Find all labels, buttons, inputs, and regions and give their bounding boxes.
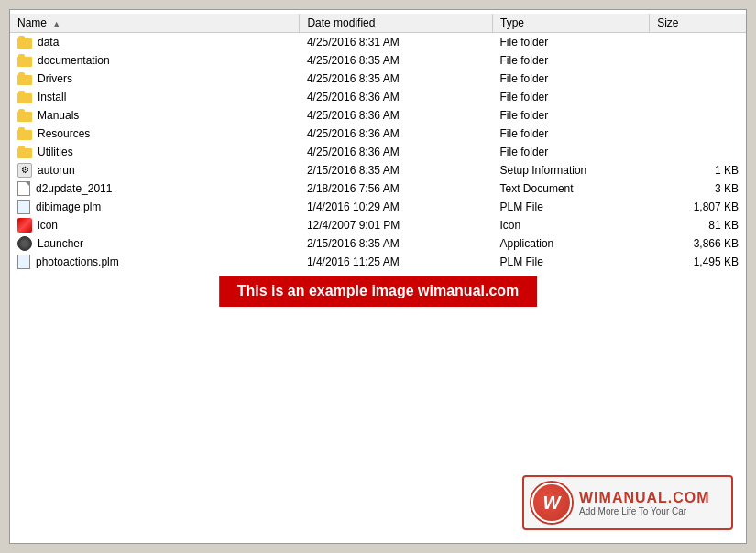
table-row[interactable]: Manuals4/25/2016 8:36 AMFile folder (10, 106, 746, 125)
table-row[interactable]: dibimage.plm1/4/2016 10:29 AMPLM File1,8… (10, 198, 746, 216)
folder-icon (17, 36, 32, 49)
example-banner: This is an example image wimanual.com (219, 276, 538, 307)
file-date: 4/25/2016 8:36 AM (300, 143, 493, 161)
file-date: 4/25/2016 8:36 AM (300, 125, 493, 143)
folder-icon (17, 72, 32, 85)
file-name: autorun (38, 164, 75, 177)
file-type: File folder (493, 125, 650, 143)
file-size: 1,807 KB (650, 198, 746, 216)
file-size (650, 125, 746, 143)
watermark: W WIMANUAL.COM Add More Life To Your Car (522, 475, 733, 530)
file-name: Manuals (38, 109, 79, 122)
table-row[interactable]: Resources4/25/2016 8:36 AMFile folder (10, 125, 746, 143)
folder-icon (17, 127, 32, 140)
file-name: data (38, 36, 59, 49)
file-name: d2update_2011 (36, 182, 112, 195)
launcher-icon (17, 236, 32, 251)
file-date: 4/25/2016 8:35 AM (300, 51, 493, 70)
table-row[interactable]: Drivers4/25/2016 8:35 AMFile folder (10, 70, 746, 88)
folder-icon (17, 109, 32, 122)
file-size (650, 70, 746, 88)
file-date: 2/15/2016 8:35 AM (300, 234, 493, 253)
table-row[interactable]: Utilities4/25/2016 8:36 AMFile folder (10, 143, 746, 161)
file-size: 81 KB (650, 216, 746, 234)
file-type: Application (493, 234, 650, 253)
file-name: Drivers (38, 72, 72, 85)
file-size: 1,495 KB (650, 253, 746, 271)
file-date: 4/25/2016 8:36 AM (300, 88, 493, 106)
file-name: Install (38, 91, 66, 103)
folder-icon (17, 91, 32, 103)
file-size (650, 143, 746, 161)
file-name: icon (38, 219, 58, 232)
folder-icon (17, 54, 32, 67)
autorun-icon: ⚙ (17, 163, 32, 178)
file-size (650, 51, 746, 70)
watermark-subtitle: Add More Life To Your Car (579, 506, 710, 516)
text-file-icon (17, 181, 30, 196)
file-name: photoactions.plm (36, 255, 119, 268)
table-row[interactable]: documentation4/25/2016 8:35 AMFile folde… (10, 51, 746, 70)
table-row[interactable]: Install4/25/2016 8:36 AMFile folder (10, 88, 746, 106)
file-size (650, 88, 746, 106)
folder-icon (17, 146, 32, 158)
icon-file-icon (17, 218, 32, 233)
file-type: File folder (493, 70, 650, 88)
outer-frame: Name ▲ Date modified Type Size (0, 0, 756, 553)
col-type[interactable]: Type (493, 14, 650, 33)
file-size: 1 KB (650, 161, 746, 179)
file-name: Utilities (38, 146, 73, 158)
file-type: File folder (493, 88, 650, 106)
col-date[interactable]: Date modified (300, 14, 493, 33)
table-row[interactable]: d2update_20112/18/2016 7:56 AMText Docum… (10, 179, 746, 198)
file-size (650, 33, 746, 51)
file-size (650, 106, 746, 125)
file-date: 12/4/2007 9:01 PM (300, 216, 493, 234)
col-size[interactable]: Size (650, 14, 746, 33)
file-type: Setup Information (493, 161, 650, 179)
file-date: 1/4/2016 11:25 AM (300, 253, 493, 271)
file-name: Resources (38, 127, 90, 140)
file-table: Name ▲ Date modified Type Size (10, 14, 746, 271)
file-type: PLM File (493, 253, 650, 271)
file-date: 4/25/2016 8:35 AM (300, 70, 493, 88)
file-date: 2/18/2016 7:56 AM (300, 179, 493, 198)
watermark-text: WIMANUAL.COM Add More Life To Your Car (579, 490, 710, 516)
file-date: 1/4/2016 10:29 AM (300, 198, 493, 216)
file-type: Icon (493, 216, 650, 234)
file-type: File folder (493, 33, 650, 51)
table-row[interactable]: Launcher2/15/2016 8:35 AMApplication3,86… (10, 234, 746, 253)
watermark-logo: W (531, 483, 572, 523)
sort-arrow-name: ▲ (52, 19, 60, 28)
file-name: dibimage.plm (36, 201, 101, 213)
file-name: documentation (38, 54, 110, 67)
file-type: PLM File (493, 198, 650, 216)
table-row[interactable]: icon12/4/2007 9:01 PMIcon81 KB (10, 216, 746, 234)
plm-icon (17, 255, 30, 269)
watermark-title: WIMANUAL.COM (579, 490, 710, 506)
file-date: 4/25/2016 8:36 AM (300, 106, 493, 125)
file-type: File folder (493, 106, 650, 125)
table-row[interactable]: data4/25/2016 8:31 AMFile folder (10, 33, 746, 51)
file-date: 4/25/2016 8:31 AM (300, 33, 493, 51)
plm-icon (17, 200, 30, 214)
file-size: 3,866 KB (650, 234, 746, 253)
file-type: File folder (493, 51, 650, 70)
file-date: 2/15/2016 8:35 AM (300, 161, 493, 179)
explorer-window: Name ▲ Date modified Type Size (9, 9, 747, 544)
file-name: Launcher (38, 237, 83, 250)
table-row[interactable]: photoactions.plm1/4/2016 11:25 AMPLM Fil… (10, 253, 746, 271)
table-row[interactable]: ⚙autorun2/15/2016 8:35 AMSetup Informati… (10, 161, 746, 179)
file-size: 3 KB (650, 179, 746, 198)
col-name[interactable]: Name ▲ (10, 14, 300, 33)
file-type: Text Document (493, 179, 650, 198)
file-type: File folder (493, 143, 650, 161)
